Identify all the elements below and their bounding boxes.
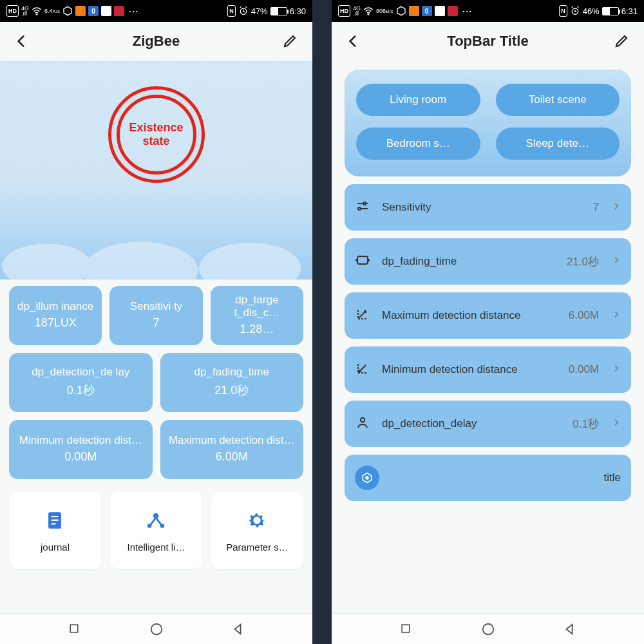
net-speed: 806B/s bbox=[376, 5, 393, 17]
shortcut-parameters[interactable]: Parameter s… bbox=[211, 492, 303, 569]
back-button[interactable] bbox=[345, 33, 361, 50]
network-icon bbox=[145, 509, 168, 533]
lte-icon: 4G.ıll bbox=[353, 5, 361, 17]
more-icon: ⋯ bbox=[127, 5, 140, 17]
chevron-right-icon bbox=[612, 418, 621, 430]
row-label: title bbox=[604, 471, 621, 484]
svg-point-16 bbox=[358, 207, 361, 210]
row-title[interactable]: title bbox=[345, 455, 631, 501]
scene-bedroom[interactable]: Bedroom s… bbox=[356, 128, 480, 160]
shortcut-intelligent[interactable]: Intelligent li… bbox=[110, 492, 202, 569]
page-title: ZigBee bbox=[133, 33, 180, 50]
scene-toilet[interactable]: Toilet scene bbox=[496, 84, 620, 116]
row-value: 6.00M bbox=[569, 309, 599, 322]
row-label: Sensitivity bbox=[382, 201, 584, 214]
row-max-distance[interactable]: Maximum detection distance 6.00M bbox=[345, 292, 631, 339]
battery-pct: 47% bbox=[251, 6, 268, 16]
wifi-icon bbox=[363, 5, 374, 17]
scene-sleep[interactable]: Sleep dete… bbox=[496, 128, 620, 160]
nav-back-button[interactable] bbox=[231, 622, 245, 636]
recent-button[interactable] bbox=[399, 622, 413, 636]
more-icon: ⋯ bbox=[460, 5, 473, 17]
svg-point-11 bbox=[151, 623, 162, 634]
app-icon-red bbox=[448, 6, 458, 16]
svg-marker-13 bbox=[397, 6, 405, 15]
svg-rect-6 bbox=[51, 523, 55, 524]
lte-icon: 4G.ıll bbox=[21, 5, 29, 17]
row-min-distance[interactable]: Minimum detection distance 0.00M bbox=[345, 346, 631, 393]
shortcut-label: Intelligent li… bbox=[127, 542, 185, 553]
recent-button[interactable] bbox=[68, 622, 82, 636]
chevron-right-icon bbox=[612, 310, 621, 321]
row-fading-time[interactable]: dp_fading_time 21.0秒 bbox=[345, 238, 631, 285]
tile-min-distance[interactable]: Minimum detection dist…0.00M bbox=[9, 420, 153, 479]
svg-point-22 bbox=[482, 623, 493, 634]
existence-state-indicator: Existence state bbox=[108, 86, 205, 183]
svg-rect-10 bbox=[70, 625, 78, 632]
statusbar: HD 4G.ıll 6.4K/s 0 ⋯ N 47% 6:30 bbox=[0, 0, 312, 22]
chevron-right-icon bbox=[612, 364, 621, 375]
svg-marker-1 bbox=[64, 6, 71, 15]
shortcut-label: Parameter s… bbox=[226, 542, 289, 553]
row-value: 21.0秒 bbox=[567, 254, 599, 269]
svg-point-12 bbox=[368, 14, 369, 15]
gear-icon bbox=[246, 509, 269, 533]
battery-pct: 46% bbox=[583, 6, 600, 16]
app-icon-orange bbox=[75, 6, 86, 16]
shortcut-label: journal bbox=[41, 542, 70, 553]
chevron-right-icon bbox=[612, 256, 621, 267]
app-icon-red bbox=[114, 6, 124, 16]
phone-right: HD 4G.ıll 806B/s 0 ⋯ N 46% 6:31 TopB bbox=[332, 0, 644, 644]
shortcut-row: journal Intelligent li… Parameter s… bbox=[9, 492, 303, 569]
cycle-icon bbox=[355, 252, 373, 270]
svg-rect-4 bbox=[51, 516, 58, 517]
page-title: TopBar Title bbox=[447, 33, 528, 50]
min-range-icon bbox=[355, 361, 373, 379]
row-value: 0.1秒 bbox=[573, 417, 599, 431]
hd-icon: HD bbox=[338, 5, 350, 17]
hd-icon: HD bbox=[6, 5, 19, 17]
row-label: dp_fading_time bbox=[382, 255, 558, 268]
svg-point-15 bbox=[363, 202, 366, 205]
svg-rect-21 bbox=[402, 625, 410, 632]
nav-back-button[interactable] bbox=[562, 622, 576, 636]
hex-icon bbox=[396, 5, 406, 17]
app-icon-white bbox=[101, 6, 111, 16]
cloud-decor bbox=[0, 234, 312, 279]
alarm-icon bbox=[238, 5, 249, 17]
back-button[interactable] bbox=[13, 33, 30, 50]
tile-target-distance[interactable]: dp_targe t_dis_c…1.28… bbox=[211, 286, 303, 345]
wifi-icon bbox=[32, 5, 42, 17]
tile-fading-time[interactable]: dp_fading_time21.0秒 bbox=[160, 353, 304, 412]
phone-left: HD 4G.ıll 6.4K/s 0 ⋯ N 47% 6:30 ZigB bbox=[0, 0, 312, 644]
tile-illuminance[interactable]: dp_illum inance187LUX bbox=[9, 286, 102, 345]
settings-list: Sensitivity 7 dp_fading_time 21.0秒 Maxim… bbox=[345, 184, 631, 501]
row-detection-delay[interactable]: dp_detection_delay 0.1秒 bbox=[345, 401, 631, 447]
scene-living-room[interactable]: Living room bbox=[356, 84, 480, 116]
shortcut-journal[interactable]: journal bbox=[9, 492, 101, 569]
alarm-icon bbox=[570, 5, 580, 17]
app-icon-blue: 0 bbox=[88, 6, 99, 16]
home-button[interactable] bbox=[481, 622, 495, 636]
battery-icon bbox=[270, 7, 287, 15]
app-icon-white bbox=[435, 6, 445, 16]
hex-chip-icon bbox=[355, 466, 379, 490]
app-header: ZigBee bbox=[0, 22, 312, 61]
home-button[interactable] bbox=[149, 622, 164, 636]
row-value: 7 bbox=[593, 201, 599, 214]
app-icon-orange bbox=[409, 6, 419, 16]
svg-rect-5 bbox=[51, 519, 58, 520]
edit-button[interactable] bbox=[614, 33, 631, 50]
tile-detection-delay[interactable]: dp_detection_de lay0.1秒 bbox=[9, 353, 153, 412]
hex-icon bbox=[62, 5, 73, 17]
app-header: TopBar Title bbox=[332, 22, 644, 61]
svg-point-0 bbox=[36, 14, 37, 15]
svg-point-20 bbox=[366, 477, 368, 479]
row-sensitivity[interactable]: Sensitivity 7 bbox=[345, 184, 631, 231]
tile-max-distance[interactable]: Maximum detection dist…6.00M bbox=[160, 420, 304, 479]
edit-button[interactable] bbox=[283, 33, 299, 50]
nfc-icon: N bbox=[227, 5, 236, 17]
chevron-right-icon bbox=[612, 202, 621, 213]
system-navbar bbox=[0, 613, 312, 644]
tile-sensitivity[interactable]: Sensitivi ty7 bbox=[109, 286, 202, 345]
